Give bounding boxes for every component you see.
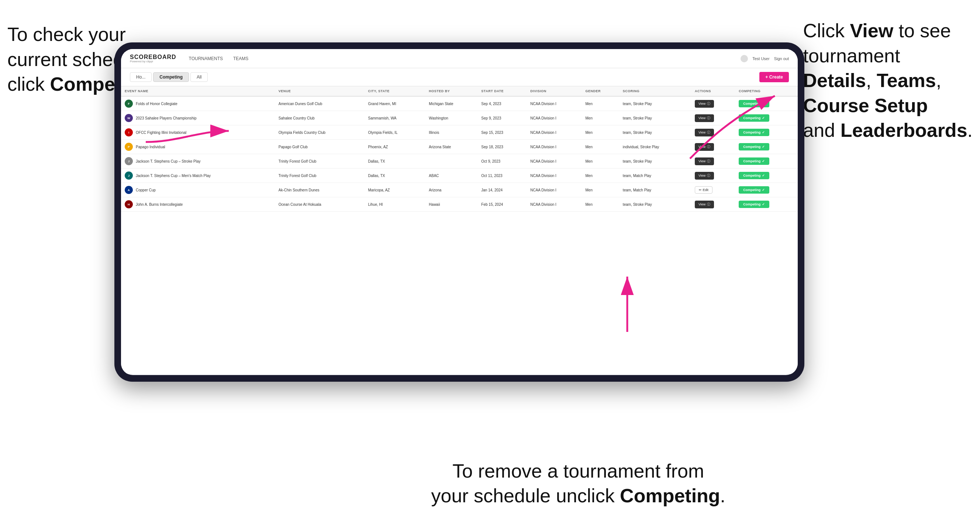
tab-competing[interactable]: Competing: [153, 72, 189, 82]
cell-competing: Competing: [735, 154, 798, 168]
tablet: SCOREBOARD Powered by clippi TOURNAMENTS…: [115, 43, 804, 382]
cell-city: Grand Haven, MI: [364, 96, 425, 111]
cell-actions: View ⓘ: [691, 168, 735, 183]
view-button[interactable]: View ⓘ: [695, 172, 714, 179]
cell-gender: Men: [582, 96, 619, 111]
annotation-top-right: Click View to see tournament Details, Te…: [803, 18, 973, 143]
cell-division: NCAA Division I: [527, 197, 582, 212]
info-icon: ⓘ: [707, 116, 710, 121]
view-button[interactable]: View ⓘ: [695, 100, 714, 108]
scoreboard-logo: SCOREBOARD Powered by clippi: [130, 54, 177, 63]
cell-hosted-by: Washington: [425, 111, 477, 125]
cell-hosted-by: Illinois: [425, 125, 477, 140]
competing-badge[interactable]: Competing: [739, 129, 769, 136]
cell-venue: American Dunes Golf Club: [275, 96, 364, 111]
tournament-table: EVENT NAME VENUE CITY, STATE HOSTED BY S…: [121, 86, 798, 212]
cell-event-name: W 2023 Sahalee Players Championship: [121, 111, 275, 125]
info-icon: ⓘ: [707, 159, 710, 164]
tab-all[interactable]: All: [190, 72, 208, 82]
view-button[interactable]: View ⓘ: [695, 201, 714, 208]
cell-division: NCAA Division I: [527, 140, 582, 154]
competing-badge[interactable]: Competing: [739, 143, 769, 151]
cell-start-date: Sep 18, 2023: [477, 140, 527, 154]
cell-start-date: Oct 11, 2023: [477, 168, 527, 183]
cell-city: Sammamish, WA: [364, 111, 425, 125]
cell-scoring: team, Stroke Play: [619, 154, 691, 168]
cell-hosted-by: [425, 154, 477, 168]
cell-actions: ✏ Edit: [691, 183, 735, 197]
competing-badge[interactable]: Competing: [739, 100, 769, 107]
cell-competing: Competing: [735, 111, 798, 125]
cell-gender: Men: [582, 140, 619, 154]
team-logo: J: [125, 157, 133, 165]
tab-home[interactable]: Ho...: [130, 72, 152, 82]
nav-links: TOURNAMENTS TEAMS: [188, 55, 250, 63]
team-logo: F: [125, 100, 133, 108]
nav-teams[interactable]: TEAMS: [232, 55, 249, 63]
annotation-tr-bold4: Course Setup: [803, 95, 928, 116]
cell-actions: View ⓘ: [691, 96, 735, 111]
table-row: F Folds of Honor Collegiate American Dun…: [121, 96, 798, 111]
competing-badge[interactable]: Competing: [739, 114, 769, 122]
cell-city: Lihue, HI: [364, 197, 425, 212]
cell-scoring: team, Stroke Play: [619, 197, 691, 212]
col-actions: ACTIONS: [691, 86, 735, 96]
cell-actions: View ⓘ: [691, 111, 735, 125]
user-icon: [741, 55, 748, 62]
sign-out-link[interactable]: Sign out: [774, 56, 789, 61]
annotation-tr-bold2: Details: [803, 70, 866, 91]
cell-actions: View ⓘ: [691, 154, 735, 168]
cell-division: NCAA Division I: [527, 125, 582, 140]
table-body: F Folds of Honor Collegiate American Dun…: [121, 96, 798, 212]
nav-tournaments[interactable]: TOURNAMENTS: [188, 55, 224, 63]
cell-city: Olympia Fields, IL: [364, 125, 425, 140]
user-text: Test User: [752, 56, 769, 61]
cell-gender: Men: [582, 197, 619, 212]
competing-badge[interactable]: Competing: [739, 172, 769, 179]
cell-gender: Men: [582, 111, 619, 125]
cell-scoring: individual, Stroke Play: [619, 140, 691, 154]
annotation-b-bold: Competing: [620, 485, 720, 506]
cell-event-name: I OFCC Fighting Illini Invitational: [121, 125, 275, 140]
event-name-text: 2023 Sahalee Players Championship: [136, 116, 197, 120]
cell-competing: Competing: [735, 140, 798, 154]
team-logo: I: [125, 129, 133, 137]
cell-competing: Competing: [735, 197, 798, 212]
create-button[interactable]: + Create: [759, 72, 789, 82]
annotation-tr-comma1: ,: [866, 70, 877, 91]
cell-actions: View ⓘ: [691, 125, 735, 140]
view-button[interactable]: View ⓘ: [695, 143, 714, 151]
cell-start-date: Sep 4, 2023: [477, 96, 527, 111]
view-button[interactable]: View ⓘ: [695, 157, 714, 165]
tablet-screen: SCOREBOARD Powered by clippi TOURNAMENTS…: [121, 49, 798, 375]
table-row: W 2023 Sahalee Players Championship Saha…: [121, 111, 798, 125]
cell-hosted-by: Arizona State: [425, 140, 477, 154]
view-button[interactable]: View ⓘ: [695, 129, 714, 137]
cell-gender: Men: [582, 125, 619, 140]
cell-venue: Olympia Fields Country Club: [275, 125, 364, 140]
col-scoring: SCORING: [619, 86, 691, 96]
competing-badge[interactable]: Competing: [739, 157, 769, 165]
edit-button[interactable]: ✏ Edit: [695, 186, 713, 194]
cell-venue: Ocean Course At Hokuala: [275, 197, 364, 212]
team-logo: W: [125, 114, 133, 122]
cell-start-date: Feb 15, 2024: [477, 197, 527, 212]
cell-venue: Trinity Forest Golf Club: [275, 168, 364, 183]
cell-city: Phoenix, AZ: [364, 140, 425, 154]
annotation-tr-bold5: Leaderboards: [840, 119, 967, 141]
cell-start-date: Sep 9, 2023: [477, 111, 527, 125]
cell-event-name: F Folds of Honor Collegiate: [121, 96, 275, 111]
event-name-text: John A. Burns Intercollegiate: [136, 202, 183, 206]
competing-badge[interactable]: Competing: [739, 186, 769, 194]
annotation-tr-line3: tournament: [803, 45, 900, 67]
cell-hosted-by: Hawaii: [425, 197, 477, 212]
annotation-bottom: To remove a tournament from your schedul…: [431, 459, 725, 509]
team-logo: J: [125, 171, 133, 179]
competing-badge[interactable]: Competing: [739, 201, 769, 208]
view-button[interactable]: View ⓘ: [695, 114, 714, 122]
cell-actions: View ⓘ: [691, 197, 735, 212]
info-icon: ⓘ: [707, 173, 710, 178]
event-name-text: Jackson T. Stephens Cup – Men's Match Pl…: [136, 174, 211, 178]
cell-city: Dallas, TX: [364, 168, 425, 183]
col-start-date: START DATE: [477, 86, 527, 96]
